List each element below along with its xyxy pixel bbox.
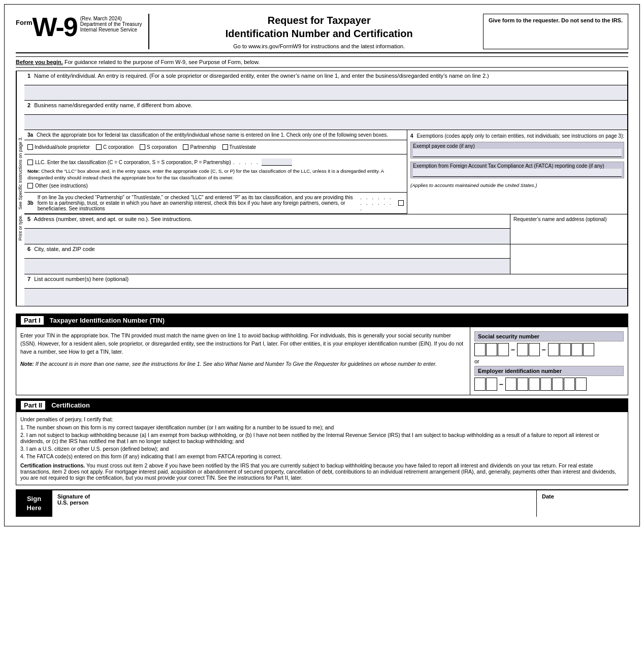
fatca-box: Exemption from Foreign Account Tax Compl…	[410, 162, 624, 178]
part1-text-block: Enter your TIN in the appropriate box. T…	[16, 327, 470, 395]
part1-body: Enter your TIN in the appropriate box. T…	[16, 327, 628, 395]
ein-cell-5[interactable]	[529, 378, 540, 391]
cb-s-corp-label: S corporation	[147, 144, 177, 150]
field-5-desc: Address (number, street, and apt. or sui…	[34, 216, 192, 222]
cb-trust-box[interactable]	[222, 144, 228, 150]
part1-body-text: Enter your TIN in the appropriate box. T…	[20, 331, 466, 356]
cb-c-corp-box[interactable]	[96, 144, 102, 150]
ssn-cell-3[interactable]	[498, 343, 509, 356]
ein-cell-8[interactable]	[564, 378, 575, 391]
form-title: Request for Taxpayer Identification Numb…	[155, 14, 483, 40]
fatca-input[interactable]	[413, 169, 622, 177]
ssn-cell-6[interactable]	[548, 343, 559, 356]
before-begin-text: For guidance related to the purpose of F…	[63, 59, 260, 65]
cert-instructions-text: You must cross out item 2 above if you h…	[20, 462, 616, 481]
ssn-group3	[548, 343, 594, 356]
field-5-input[interactable]	[24, 229, 510, 244]
ein-grid: –	[474, 378, 624, 391]
form-irs: Internal Revenue Service	[80, 27, 142, 33]
field-5-label-row: 5 Address (number, street, and apt. or s…	[24, 214, 510, 229]
cb-individual-box[interactable]	[27, 144, 33, 150]
ssn-cell-8[interactable]	[571, 343, 583, 356]
field-3a-4-wrapper: 3a Check the appropriate box for federal…	[24, 130, 627, 214]
field-6-input[interactable]	[24, 259, 510, 274]
ein-cell-7[interactable]	[552, 378, 563, 391]
ein-cell-2[interactable]	[486, 378, 497, 391]
before-begin-label: Before you begin.	[16, 59, 63, 65]
llc-dots: . . . . .	[233, 160, 260, 165]
cb-trust: Trust/estate	[222, 144, 256, 150]
part1-note-text: If the account is in more than one name,…	[34, 361, 437, 367]
form-number: W-9	[33, 14, 77, 40]
part2-content: Under penalties of perjury, I certify th…	[16, 412, 628, 485]
ssn-cell-1[interactable]	[474, 343, 486, 356]
field-6-wrapper: 6 City, state, and ZIP code	[24, 244, 627, 274]
field-1-input[interactable]	[24, 85, 627, 101]
llc-input[interactable]	[262, 159, 292, 166]
ein-cell-9[interactable]	[575, 378, 587, 391]
cert-instructions-label: Certification instructions.	[20, 462, 85, 468]
cb-partnership-box[interactable]	[183, 144, 188, 150]
field-7-label-row: 7 List account number(s) here (optional)	[24, 274, 627, 289]
part1-header: Part I Taxpayer Identification Number (T…	[16, 314, 628, 327]
field-4-block: 4 Exemptions (codes apply only to certai…	[407, 130, 627, 214]
cb-trust-label: Trust/estate	[230, 144, 256, 150]
cb-other-box[interactable]	[27, 183, 33, 189]
ssn-cell-4[interactable]	[517, 343, 528, 356]
field-7-input[interactable]	[24, 289, 627, 306]
part2-label: Part II	[20, 400, 46, 411]
field-5-left: 5 Address (number, street, and apt. or s…	[24, 214, 510, 244]
cb-other-label: Other (see instructions)	[35, 183, 88, 189]
part2-title: Certification	[51, 401, 90, 409]
field-3b-text: If on line 3a you checked “Partnership” …	[38, 195, 359, 211]
field-3a-desc: Check the appropriate box for federal ta…	[37, 132, 388, 138]
ssn-grid: – –	[474, 343, 624, 356]
cb-3b-box[interactable]	[398, 200, 404, 206]
sig-of-label: Signature of	[57, 493, 531, 499]
before-begin-section: Before you begin. For guidance related t…	[16, 56, 628, 68]
field-6-desc: City, state, and ZIP code	[34, 246, 94, 252]
cb-c-corp: C corporation	[96, 144, 134, 150]
field-5-wrapper: 5 Address (number, street, and apt. or s…	[24, 214, 627, 244]
sign-sig-block: Signature of U.S. person	[52, 490, 537, 517]
field-6-label-row: 6 City, state, and ZIP code	[24, 244, 510, 259]
ssn-dash-1: –	[510, 346, 516, 354]
cb-s-corp-box[interactable]	[140, 144, 145, 150]
cb-llc-label: LLC. Enter the tax classification (C = C…	[35, 160, 231, 165]
field-1-label-row: 1 Name of entity/individual. An entry is…	[24, 71, 627, 85]
cb-llc-box[interactable]	[27, 160, 33, 165]
ssn-cell-5[interactable]	[529, 343, 540, 356]
field-3b-dots: . . . . . . . . . . . . .	[360, 195, 394, 211]
form-title-block: Request for Taxpayer Identification Numb…	[155, 14, 483, 49]
ein-label: Employer identification number	[474, 366, 624, 376]
ssn-group2	[517, 343, 540, 356]
field-5-number: 5	[27, 216, 30, 222]
applies-note: (Applies to accounts maintained outside …	[410, 182, 624, 188]
sig-person-label: U.S. person	[57, 499, 531, 506]
ein-cell-6[interactable]	[540, 378, 552, 391]
sign-here-section: Sign Here Signature of U.S. person Date	[16, 489, 628, 517]
ssn-cell-2[interactable]	[486, 343, 497, 356]
cb-individual-label: Individual/sole proprietor	[35, 144, 90, 150]
field-7-desc: List account number(s) here (optional)	[34, 276, 128, 282]
field-2-input[interactable]	[24, 115, 627, 130]
cb-partnership: Partnership	[183, 144, 216, 150]
ein-cell-1[interactable]	[474, 378, 486, 391]
ein-cell-3[interactable]	[505, 378, 517, 391]
ssn-cell-7[interactable]	[560, 343, 571, 356]
ssn-cell-9[interactable]	[583, 343, 594, 356]
or-label: or	[474, 358, 624, 364]
ein-cell-4[interactable]	[517, 378, 528, 391]
exempt-payee-input[interactable]	[413, 149, 622, 157]
field-3a-header: 3a Check the appropriate box for federal…	[24, 130, 407, 140]
cert-instructions: Certification instructions. You must cro…	[20, 462, 624, 481]
ein-group1	[474, 378, 497, 391]
field-6-number: 6	[27, 246, 30, 252]
part1-note: Note: If the account is in more than one…	[20, 360, 466, 368]
llc-note: Note: Check the “LLC” box above and, in …	[27, 168, 404, 181]
cb-c-corp-label: C corporation	[103, 144, 134, 150]
field-3b-row: 3b If on line 3a you checked “Partnershi…	[24, 193, 407, 214]
note-text: Check the “LLC” box above and, in the en…	[27, 168, 384, 180]
form-meta: (Rev. March 2024) Department of the Trea…	[80, 16, 142, 33]
sign-here-label: Sign Here	[16, 490, 52, 517]
